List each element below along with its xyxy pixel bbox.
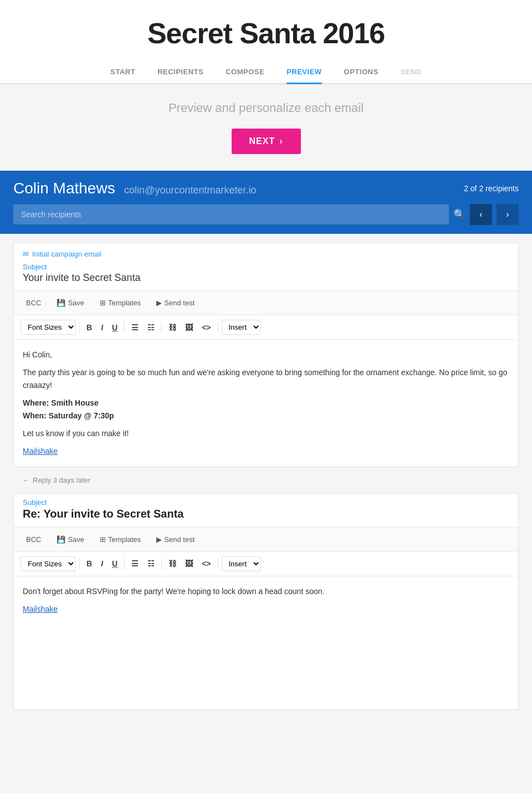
subject-label-1: Subject — [23, 263, 509, 271]
nav-recipients[interactable]: RECIPIENTS — [157, 68, 203, 84]
nav-options[interactable]: OPTIONS — [344, 68, 378, 84]
send-test-button-1[interactable]: ▶ Send test — [153, 296, 198, 309]
italic-button-1[interactable]: I — [98, 321, 106, 334]
divider — [79, 322, 80, 333]
email-body-1: Hi Colin, The party this year is going t… — [14, 340, 518, 467]
chevron-right-icon: › — [279, 136, 283, 146]
nav-compose[interactable]: COMPOSE — [226, 68, 264, 84]
email-icon: ✉ — [23, 250, 29, 258]
toolbar-2: BCC 💾 Save ⊞ Templates ▶ Send test — [14, 528, 518, 552]
save-button-2[interactable]: 💾 Save — [53, 533, 88, 546]
body-rsvp: Let us know if you can make it! — [23, 427, 509, 439]
code-button-2[interactable]: <> — [198, 557, 214, 570]
save-button-1[interactable]: 💾 Save — [53, 296, 88, 309]
divider — [161, 558, 162, 569]
nav-preview[interactable]: PREVIEW — [287, 68, 321, 84]
link-button-2[interactable]: ⛓ — [165, 557, 180, 570]
code-button-1[interactable]: <> — [198, 321, 214, 334]
divider — [161, 322, 162, 333]
templates-button-1[interactable]: ⊞ Templates — [96, 296, 144, 309]
reply-indicator: ← Reply 3 days later — [13, 467, 519, 489]
nav-bar: START RECIPIENTS COMPOSE PREVIEW OPTIONS… — [0, 61, 532, 84]
search-and-nav: 🔍 ‹ › — [13, 204, 519, 225]
recipient-top-row: Colin Mathews colin@yourcontentmarketer.… — [13, 180, 519, 197]
subject-section-1: Subject Your invite to Secret Santa — [14, 258, 518, 291]
email-body-2: Don't forget about RSVPing for the party… — [14, 576, 518, 709]
body-greeting: Hi Colin, — [23, 349, 509, 361]
editor-toolbar-2: Font Sizes B I U ☰ ☷ ⛓ 🖼 <> Insert — [14, 552, 518, 576]
content-area: ✉ Initial campaign email Subject Your in… — [0, 234, 532, 723]
subject-section-2: Subject Re: Your invite to Secret Santa — [14, 494, 518, 528]
font-size-select-1[interactable]: Font Sizes — [21, 320, 76, 335]
prev-recipient-button[interactable]: ‹ — [470, 204, 492, 225]
bcc-button-1[interactable]: BCC — [23, 296, 44, 309]
recipient-info: Colin Mathews colin@yourcontentmarketer.… — [13, 180, 256, 197]
page-header: Secret Santa 2016 — [0, 0, 532, 61]
send-test-button-2[interactable]: ▶ Send test — [153, 533, 198, 546]
hero-section: Preview and personalize each email NEXT … — [0, 84, 532, 171]
body-where: Where: Smith House When: Saturday @ 7:30… — [23, 397, 509, 422]
subject-label-2: Subject — [23, 498, 509, 507]
mailshake-link-2[interactable]: Mailshake — [23, 605, 58, 613]
subject-value-2: Re: Your invite to Secret Santa — [23, 508, 509, 520]
divider — [124, 558, 125, 569]
email-label-1[interactable]: ✉ Initial campaign email — [14, 243, 518, 258]
numbered-list-button-1[interactable]: ☷ — [144, 321, 158, 334]
nav-send: SEND — [401, 68, 422, 84]
divider — [218, 558, 218, 569]
divider — [218, 322, 218, 333]
bold-button-2[interactable]: B — [83, 557, 95, 570]
hero-subtitle: Preview and personalize each email — [11, 101, 521, 115]
insert-select-2[interactable]: Insert — [222, 556, 261, 571]
templates-icon-1: ⊞ — [100, 299, 106, 307]
bullet-list-button-1[interactable]: ☰ — [128, 321, 142, 334]
chevron-left-icon: ‹ — [479, 209, 482, 219]
chevron-right-icon: › — [506, 209, 509, 219]
bold-button-1[interactable]: B — [83, 321, 95, 334]
nav-start[interactable]: START — [110, 68, 135, 84]
underline-button-1[interactable]: U — [109, 321, 121, 334]
recipient-email: colin@yourcontentmarketer.io — [124, 185, 256, 196]
toolbar-1: BCC 💾 Save ⊞ Templates ▶ Send test — [14, 291, 518, 315]
font-size-select-2[interactable]: Font Sizes — [21, 556, 76, 571]
mailshake-link-1[interactable]: Mailshake — [23, 447, 58, 456]
numbered-list-button-2[interactable]: ☷ — [144, 557, 158, 570]
recipient-name: Colin Mathews — [13, 180, 115, 197]
recipient-bar: Colin Mathews colin@yourcontentmarketer.… — [0, 171, 532, 234]
image-button-2[interactable]: 🖼 — [182, 557, 196, 570]
insert-select-1[interactable]: Insert — [222, 320, 261, 335]
body-paragraph: The party this year is going to be so mu… — [23, 366, 509, 391]
search-icon: 🔍 — [453, 209, 466, 220]
email-card-1: ✉ Initial campaign email Subject Your in… — [13, 243, 519, 467]
next-recipient-button[interactable]: › — [497, 204, 519, 225]
divider — [124, 322, 125, 333]
body-when-text: When: Saturday @ 7:30p — [23, 411, 114, 420]
link-button-1[interactable]: ⛓ — [165, 321, 180, 334]
send-icon-1: ▶ — [156, 299, 162, 307]
bcc-button-2[interactable]: BCC — [23, 533, 44, 546]
divider — [79, 558, 80, 569]
reply-arrow-icon: ← — [22, 476, 29, 484]
templates-button-2[interactable]: ⊞ Templates — [96, 533, 144, 546]
page-container: Secret Santa 2016 START RECIPIENTS COMPO… — [0, 0, 532, 723]
subject-value-1: Your invite to Secret Santa — [23, 272, 509, 284]
editor-toolbar-1: Font Sizes B I U ☰ ☷ ⛓ 🖼 <> Insert — [14, 315, 518, 340]
save-icon-1: 💾 — [57, 299, 65, 307]
search-input[interactable] — [13, 204, 449, 224]
body-where-text: Where: Smith House — [23, 398, 99, 407]
recipient-count: 2 of 2 recipients — [464, 184, 519, 193]
image-button-1[interactable]: 🖼 — [182, 321, 196, 334]
reply-body-text: Don't forget about RSVPing for the party… — [23, 585, 509, 597]
underline-button-2[interactable]: U — [109, 557, 121, 570]
bullet-list-button-2[interactable]: ☰ — [128, 557, 142, 570]
page-title: Secret Santa 2016 — [11, 17, 521, 50]
templates-icon-2: ⊞ — [100, 535, 106, 544]
email-card-2: Subject Re: Your invite to Secret Santa … — [13, 493, 519, 710]
italic-button-2[interactable]: I — [98, 557, 106, 570]
next-button[interactable]: NEXT › — [232, 129, 301, 154]
save-icon-2: 💾 — [57, 535, 65, 544]
search-button[interactable]: 🔍 — [453, 208, 466, 221]
send-icon-2: ▶ — [156, 535, 162, 544]
